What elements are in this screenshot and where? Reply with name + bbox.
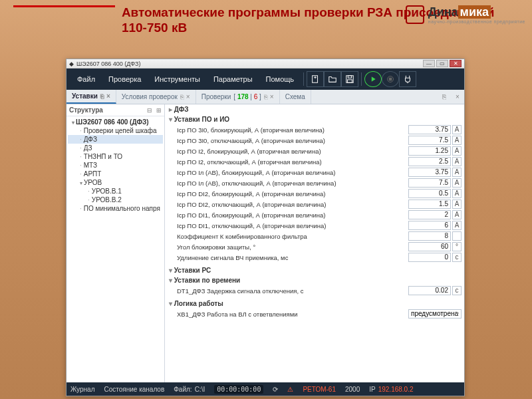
setting-value-input[interactable]: 3.75 xyxy=(408,125,451,134)
section-po-io[interactable]: Уставки ПО и ИО xyxy=(165,114,464,124)
collapse-icon[interactable]: ⊟ xyxy=(147,107,152,114)
app-icon: ◆ xyxy=(69,61,74,67)
setting-label: Icp ПО DI2, отключающий, А (вторичная ве… xyxy=(177,201,408,208)
menu-params[interactable]: Параметры xyxy=(207,75,259,83)
tree-node-cabinet[interactable]: Проверки цепей шкафа xyxy=(68,126,163,135)
setting-label: Icp ПО Iл (АВ), блокирующий, А (вторична… xyxy=(177,169,408,176)
setting-value-input[interactable]: 60 xyxy=(408,242,451,251)
status-journal[interactable]: Журнал xyxy=(70,386,95,393)
setting-label: Угол блокировки защиты, ° xyxy=(177,243,408,251)
close-all-icon[interactable]: × xyxy=(451,90,464,104)
minimize-button[interactable]: — xyxy=(423,60,435,67)
save-icon[interactable] xyxy=(341,71,358,87)
setting-label: Icp ПО DI1, отключающий, А (вторичная ве… xyxy=(177,222,408,229)
plug-icon[interactable] xyxy=(399,71,416,87)
setting-label: ХВ1_ДФЗ Работа на ВЛ с ответвлениями xyxy=(177,311,408,318)
setting-value-input[interactable]: 2.5 xyxy=(408,157,451,166)
window-title: ШЭ2607 086 400 (ДФЗ) xyxy=(76,61,140,67)
setting-row: Icp ПО DI2, отключающий, А (вторичная ве… xyxy=(165,199,464,209)
svg-rect-5 xyxy=(348,80,352,82)
tree-node-urov[interactable]: УРОВ xyxy=(68,178,163,187)
setting-row: Icp ПО DI1, блокирующий, А (вторичная ве… xyxy=(165,209,464,220)
pin-icon[interactable]: ⎘ xyxy=(100,93,104,100)
setting-label: Icp ПО 3I0, отключающий, А (вторичная ве… xyxy=(177,137,408,144)
setting-unit: А xyxy=(452,146,462,156)
close-button[interactable]: ✕ xyxy=(450,60,462,67)
tree-node-tnznp[interactable]: ТНЗНП и ТО xyxy=(68,152,163,161)
status-file: Файл: C:\I xyxy=(174,386,205,393)
tree-node-dfz[interactable]: ДФЗ xyxy=(68,135,163,144)
setting-value-input[interactable]: 7.5 xyxy=(408,136,451,145)
structure-tree: ШЭ2607 086 400 (ДФЗ) Проверки цепей шкаф… xyxy=(66,116,164,214)
menu-check[interactable]: Проверка xyxy=(102,75,148,83)
menubar: Файл Проверка Инструменты Параметры Помо… xyxy=(66,68,464,90)
setting-row: DT1_ДФЗ Задержка сигнала отключения, с 0… xyxy=(165,285,464,296)
setting-row: Icp ПО Iл (АВ), отключающий, А (вторична… xyxy=(165,178,464,188)
menu-file[interactable]: Файл xyxy=(70,75,102,83)
tree-node-urov-v2[interactable]: УРОВ.В.2 xyxy=(68,196,163,204)
close-tab-icon[interactable]: × xyxy=(106,92,110,100)
setting-row: Icp ПО I2, отключающий, А (вторичная вел… xyxy=(165,156,464,167)
setting-value-input[interactable]: 0 xyxy=(408,253,451,262)
tab-settings[interactable]: Уставки⎘× xyxy=(66,90,116,104)
section-rs[interactable]: Уставки РС xyxy=(165,265,464,275)
tab-scheme[interactable]: Схема xyxy=(280,90,311,104)
play-icon[interactable] xyxy=(364,71,382,87)
setting-unit: А xyxy=(452,221,462,230)
copy-tab-icon[interactable]: ⎘ xyxy=(438,90,451,104)
svg-rect-7 xyxy=(389,78,392,80)
setting-value-input[interactable]: 1.25 xyxy=(408,146,451,156)
setting-row: Удлинение сигнала ВЧ приемника, мс0с xyxy=(165,252,464,263)
structure-pane: Структура ⊟⊞ ШЭ2607 086 400 (ДФЗ) Провер… xyxy=(66,104,165,382)
status-channels[interactable]: Состояние каналов xyxy=(104,386,165,393)
section-time[interactable]: Уставки по времени xyxy=(165,275,464,285)
section-logic[interactable]: Логика работы xyxy=(165,299,464,309)
setting-value-input[interactable]: 1.5 xyxy=(408,200,451,209)
new-file-icon[interactable] xyxy=(307,71,324,87)
setting-unit: А xyxy=(452,136,462,145)
tab-conditions[interactable]: Условия проверок⎘× xyxy=(116,90,196,104)
window-titlebar: ◆ ШЭ2607 086 400 (ДФЗ) — ▭ ✕ xyxy=(66,59,464,68)
setting-label: Icp ПО I2, отключающий, А (вторичная вел… xyxy=(177,158,408,166)
setting-unit: А xyxy=(452,210,462,219)
expand-icon[interactable]: ⊞ xyxy=(156,107,162,114)
setting-row: Icp ПО I2, блокирующий, А (вторичная вел… xyxy=(165,146,464,156)
menu-tools[interactable]: Инструменты xyxy=(148,75,207,83)
setting-unit: с xyxy=(452,286,462,295)
setting-value-input[interactable]: 0.5 xyxy=(408,189,451,198)
setting-row: Icp ПО Iл (АВ), блокирующий, А (вторична… xyxy=(165,167,464,178)
tab-checks[interactable]: Проверки[ 178 | 6 ]⎘× xyxy=(196,90,280,104)
setting-label: Icp ПО DI2, блокирующий, А (вторичная ве… xyxy=(177,190,408,198)
tree-node-mtz[interactable]: МТЗ xyxy=(68,161,163,170)
tree-node-po-min[interactable]: ПО минимального напря xyxy=(68,204,163,213)
setting-label: Коэффициент К комбинированного фильтра xyxy=(177,233,408,240)
structure-header: Структура ⊟⊞ xyxy=(66,104,164,116)
tree-node-dz[interactable]: ДЗ xyxy=(68,144,163,152)
stop-icon[interactable] xyxy=(382,71,399,87)
setting-value-input[interactable]: 2 xyxy=(408,210,451,219)
setting-value-input[interactable]: 3.75 xyxy=(408,168,451,177)
setting-row: Icp ПО DI2, блокирующий, А (вторичная ве… xyxy=(165,188,464,199)
tree-root[interactable]: ШЭ2607 086 400 (ДФЗ) xyxy=(68,118,163,126)
maximize-button[interactable]: ▭ xyxy=(436,60,448,67)
open-folder-icon[interactable] xyxy=(324,71,341,87)
svg-rect-4 xyxy=(348,76,351,78)
setting-value-input[interactable]: 6 xyxy=(408,221,451,230)
setting-value-input[interactable]: 8 xyxy=(408,231,451,241)
setting-row: Icp ПО 3I0, отключающий, А (вторичная ве… xyxy=(165,135,464,146)
setting-select[interactable]: предусмотрена xyxy=(408,309,462,319)
setting-row: ХВ1_ДФЗ Работа на ВЛ с ответвлениями пре… xyxy=(165,309,464,319)
tree-node-urov-v1[interactable]: УРОВ.В.1 xyxy=(68,187,163,196)
tree-node-arpt[interactable]: АРПТ xyxy=(68,170,163,178)
setting-unit: А xyxy=(452,200,462,209)
menu-help[interactable]: Помощь xyxy=(259,75,301,83)
setting-unit: ° xyxy=(452,242,462,251)
setting-unit: А xyxy=(452,178,462,188)
status-sync-icon[interactable]: ⟳ xyxy=(273,386,278,393)
setting-row: Icp ПО DI1, отключающий, А (вторичная ве… xyxy=(165,220,464,231)
setting-value-input[interactable]: 0.02 xyxy=(408,286,451,295)
brand-icon xyxy=(406,5,424,24)
setting-value-input[interactable]: 7.5 xyxy=(408,178,451,188)
setting-unit: с xyxy=(452,253,462,262)
setting-unit: А xyxy=(452,168,462,177)
